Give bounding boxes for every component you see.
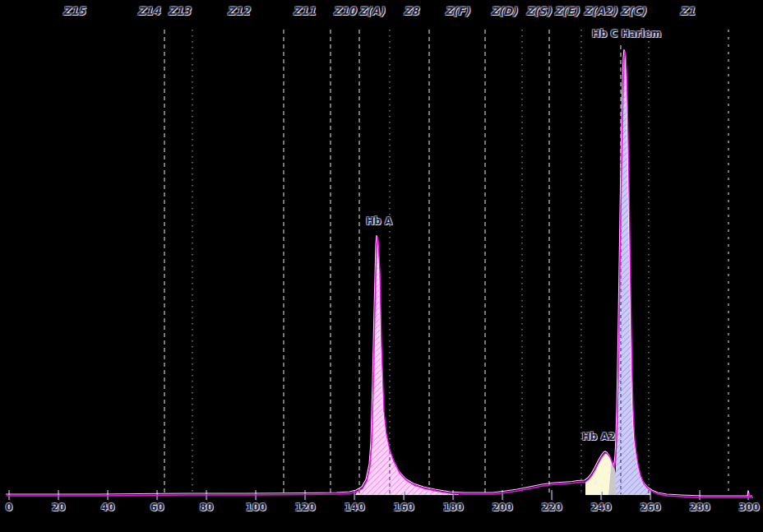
x-tick-label-180: 180: [442, 502, 463, 513]
x-tick-label-260: 260: [640, 502, 660, 513]
x-tick-label-60: 60: [150, 502, 164, 513]
zone-label-z15: Z15: [62, 5, 86, 17]
zone-label-zc: Z(C): [621, 5, 646, 17]
zone-label-zd: Z(D): [491, 5, 517, 17]
x-tick-label-40: 40: [101, 502, 115, 513]
x-tick-label-280: 280: [689, 502, 710, 513]
x-tick-label-300: 300: [738, 502, 759, 513]
peak-label-hb-a: Hb A: [366, 215, 392, 227]
zone-label-ze: Z(E): [554, 5, 579, 17]
zone-label-zs: Z(S): [526, 5, 552, 17]
x-tick-label-120: 120: [294, 502, 315, 513]
zone-label-z11: Z11: [293, 5, 316, 17]
electropherogram-plot: [0, 0, 763, 532]
zone-label-z8: Z8: [404, 5, 418, 17]
x-tick-label-0: 0: [6, 502, 12, 513]
zone-label-z14: Z14: [137, 5, 160, 17]
peak-label-hb-a2: Hb A2: [582, 431, 615, 442]
x-tick-label-220: 220: [541, 502, 562, 513]
x-tick-label-200: 200: [492, 502, 512, 513]
electropherogram-panel: Z15 Z14 Z13 Z12 Z11 Z10 Z(A) Z8 Z(F) Z(D…: [0, 0, 763, 532]
x-tick-label-240: 240: [590, 502, 611, 513]
zone-label-z10: Z10: [333, 5, 356, 17]
x-tick-label-100: 100: [245, 502, 266, 513]
zone-label-z1: Z1: [680, 5, 695, 17]
zone-label-zf: Z(F): [445, 5, 469, 17]
x-tick-label-20: 20: [52, 502, 66, 513]
zone-label-za2: Z(A2): [584, 5, 617, 17]
zone-label-z13: Z13: [168, 5, 191, 17]
x-tick-label-160: 160: [393, 502, 414, 513]
x-tick-label-80: 80: [200, 502, 214, 513]
x-tick-label-140: 140: [344, 502, 364, 513]
zone-label-z12: Z12: [227, 5, 250, 17]
zone-label-za: Z(A): [358, 5, 384, 17]
peak-label-hb-c-harlem: Hb C Harlem: [592, 28, 662, 39]
